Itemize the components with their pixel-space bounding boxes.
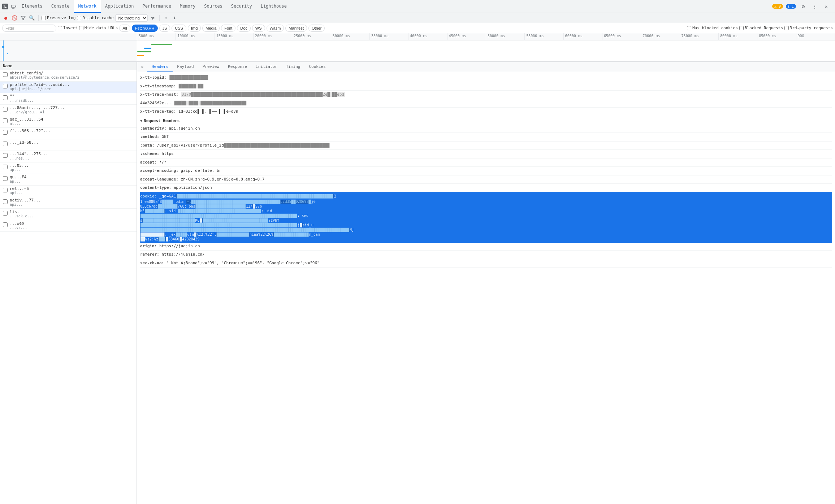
invert-input[interactable]: [58, 26, 62, 30]
detail-tab-response[interactable]: Response: [224, 62, 251, 72]
request-item[interactable]: f'...308...72"...: [0, 128, 137, 139]
third-party-input[interactable]: [784, 26, 789, 30]
settings-icon[interactable]: ⚙: [799, 2, 808, 11]
tab-network[interactable]: Network: [74, 0, 101, 13]
filter-doc[interactable]: Doc: [237, 25, 251, 32]
hide-data-urls-checkbox[interactable]: Hide data URLs: [79, 26, 118, 30]
tab-security[interactable]: Security: [227, 0, 256, 13]
detail-tab-payload[interactable]: Payload: [173, 62, 198, 72]
tab-application[interactable]: Application: [101, 0, 138, 13]
tab-lighthouse[interactable]: Lighthouse: [256, 0, 291, 13]
request-checkbox[interactable]: [3, 118, 8, 123]
header-cookie-selected[interactable]: cookie: _ga=GA1█████████████████████████…: [140, 192, 832, 243]
response-header-trace-host: x-tt-trace-host: 0170███████████████████…: [140, 91, 832, 99]
filter-ws[interactable]: WS: [252, 25, 265, 32]
request-name: f'...308...72"...: [10, 129, 135, 133]
blocked-requests-checkbox[interactable]: Blocked Requests: [739, 26, 783, 30]
wifi-icon[interactable]: [149, 14, 156, 22]
tab-performance[interactable]: Performance: [138, 0, 175, 13]
third-party-checkbox[interactable]: 3rd-party requests: [784, 26, 833, 30]
request-item[interactable]: qu...F4 ap...: [0, 174, 137, 186]
request-info: ...144"...275... ...nes...: [10, 152, 135, 160]
detail-tab-headers[interactable]: Headers: [147, 62, 173, 72]
filter-media[interactable]: Media: [202, 25, 220, 32]
tab-console[interactable]: Console: [47, 0, 74, 13]
request-item[interactable]: activ...77... api...: [0, 197, 137, 209]
detail-tab-initiator[interactable]: Initiator: [251, 62, 282, 72]
has-blocked-cookies-input[interactable]: [687, 26, 691, 30]
request-item[interactable]: ...05... ap...: [0, 162, 137, 174]
preserve-log-input[interactable]: [42, 16, 46, 20]
filter-input[interactable]: [2, 25, 56, 32]
request-checkbox[interactable]: [3, 107, 8, 112]
export-icon[interactable]: ⬇: [171, 14, 178, 22]
import-icon[interactable]: ⬆: [163, 14, 170, 22]
invert-checkbox[interactable]: Invert: [58, 26, 78, 30]
more-options-icon[interactable]: ⋮: [810, 2, 819, 11]
has-blocked-cookies-checkbox[interactable]: Has blocked cookies: [687, 26, 738, 30]
clear-button[interactable]: 🚫: [11, 14, 18, 22]
timeline-waterfall: [0, 40, 835, 62]
close-detail-button[interactable]: ✕: [139, 64, 146, 71]
request-checkbox[interactable]: [3, 199, 8, 204]
filter-img[interactable]: Img: [188, 25, 201, 32]
request-item[interactable]: abtest_config/ abtestvm.bytedance.com/se…: [0, 70, 137, 82]
request-headers-section[interactable]: ▼ Request Headers: [140, 116, 832, 125]
request-checkbox[interactable]: [3, 84, 8, 88]
request-checkbox[interactable]: [3, 211, 8, 216]
request-item[interactable]: ...web ...vs...: [0, 220, 137, 232]
timeline-name-col: [0, 33, 137, 40]
request-item-selected[interactable]: profile_id?aid=...uuid... api.juejin...l…: [0, 82, 137, 93]
request-checkbox[interactable]: [3, 95, 8, 100]
detail-tab-preview[interactable]: Preview: [198, 62, 224, 72]
filter-icon[interactable]: [20, 14, 27, 22]
disable-cache-checkbox[interactable]: Disable cache: [77, 16, 113, 20]
detail-tab-timing[interactable]: Timing: [282, 62, 305, 72]
preserve-log-checkbox[interactable]: Preserve log: [42, 16, 75, 20]
request-item[interactable]: ...8&uuir..., ...727... ...env/grou...=1: [0, 105, 137, 116]
filter-other[interactable]: Other: [308, 25, 325, 32]
tab-memory[interactable]: Memory: [176, 0, 200, 13]
filter-font[interactable]: Font: [221, 25, 235, 32]
request-checkbox[interactable]: [3, 222, 8, 227]
warning-badge[interactable]: ⚠ 9: [772, 4, 783, 9]
disable-cache-input[interactable]: [77, 16, 81, 20]
blocked-requests-input[interactable]: [739, 26, 744, 30]
request-checkbox[interactable]: [3, 188, 8, 192]
tab-elements[interactable]: Elements: [17, 0, 47, 13]
request-checkbox[interactable]: [3, 142, 8, 146]
request-checkbox[interactable]: [3, 72, 8, 77]
tab-sources[interactable]: Sources: [200, 0, 227, 13]
throttle-select[interactable]: No throttling: [115, 14, 148, 22]
filter-all[interactable]: All: [119, 25, 130, 32]
request-url: api...: [10, 203, 135, 207]
detail-tab-cookies[interactable]: Cookies: [304, 62, 330, 72]
record-button[interactable]: ●: [2, 14, 9, 22]
tick-5: 25000 ms: [292, 33, 331, 40]
device-toggle[interactable]: [10, 3, 17, 10]
info-badge[interactable]: ℹ 1: [786, 4, 796, 9]
request-url: ...sdk.c...: [10, 214, 135, 218]
search-icon[interactable]: 🔍: [28, 14, 35, 22]
request-item[interactable]: list ...sdk.c...: [0, 209, 137, 220]
request-url: ...nssdk...: [10, 99, 135, 103]
request-checkbox[interactable]: [3, 130, 8, 135]
filter-css[interactable]: CSS: [172, 25, 186, 32]
request-url: at...: [10, 122, 135, 126]
request-item[interactable]: gac_...31...54 at...: [0, 116, 137, 128]
request-checkbox[interactable]: [3, 165, 8, 169]
filter-fetch-xhr[interactable]: Fetch/XHR: [132, 25, 158, 32]
close-devtools-icon[interactable]: ✕: [822, 2, 831, 11]
request-item[interactable]: ...144"...275... ...nes...: [0, 151, 137, 162]
request-item[interactable]: "" ...nssdk...: [0, 93, 137, 105]
hide-data-urls-input[interactable]: [79, 26, 83, 30]
detail-panel: ✕ Headers Payload Preview Response Initi…: [137, 62, 835, 504]
request-item[interactable]: ..._id=68...: [0, 139, 137, 151]
request-checkbox[interactable]: [3, 153, 8, 158]
request-checkbox[interactable]: [3, 176, 8, 181]
filter-wasm[interactable]: Wasm: [267, 25, 284, 32]
filter-js[interactable]: JS: [159, 25, 170, 32]
filter-manifest[interactable]: Manifest: [285, 25, 307, 32]
request-item[interactable]: rel...=6 api...: [0, 186, 137, 197]
request-url: ...vs...: [10, 226, 135, 230]
